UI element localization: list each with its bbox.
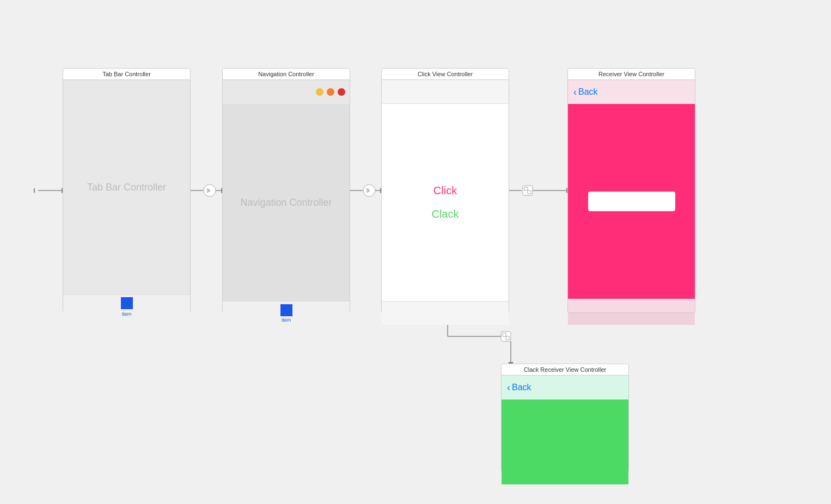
- click-view-title: Click View Controller: [382, 69, 509, 80]
- svg-line-11: [366, 188, 369, 190]
- click-footer: [382, 301, 509, 325]
- clack-back-chevron-icon: ‹: [507, 382, 510, 394]
- nav-tab-label: Item: [282, 317, 291, 323]
- nav-center-label: Navigation Controller: [240, 197, 332, 208]
- svg-point-13: [367, 189, 370, 192]
- svg-point-3: [204, 185, 216, 196]
- clack-receiver-title: Clack Receiver View Controller: [502, 364, 628, 376]
- entry-tick: [34, 188, 39, 193]
- svg-rect-24: [501, 331, 511, 341]
- svg-rect-25: [503, 333, 506, 336]
- receiver-text-field[interactable]: [588, 192, 675, 211]
- clack-back-button[interactable]: ‹ Back: [507, 382, 531, 394]
- nav-top-bar: [223, 80, 350, 104]
- tab-bar-center-label: Tab Bar Controller: [87, 182, 166, 193]
- receiver-footer: [568, 299, 695, 325]
- tab-bar-body: Tab Bar Controller: [63, 80, 190, 294]
- svg-rect-18: [524, 187, 528, 190]
- svg-line-4: [207, 188, 209, 190]
- click-top-bar: [382, 80, 509, 104]
- back-button[interactable]: ‹ Back: [573, 87, 598, 98]
- click-button[interactable]: Click: [433, 185, 457, 197]
- svg-line-12: [366, 190, 369, 193]
- svg-point-10: [363, 185, 375, 196]
- storyboard-canvas: Tab Bar Controller Tab Bar Controller It…: [0, 0, 831, 504]
- receiver-nav-bar: ‹ Back: [568, 80, 695, 104]
- svg-rect-17: [523, 186, 533, 195]
- tab-bar-controller-screen: Tab Bar Controller Tab Bar Controller It…: [63, 68, 191, 313]
- receiver-body: [568, 104, 695, 299]
- svg-rect-19: [528, 190, 531, 194]
- svg-rect-26: [506, 336, 509, 340]
- svg-line-5: [207, 190, 209, 193]
- nav-footer: Item: [223, 301, 350, 325]
- receiver-view-controller-screen: Receiver View Controller ‹ Back: [567, 68, 695, 313]
- navigation-controller-screen: Navigation Controller Navigation Control…: [222, 68, 350, 313]
- click-body: Click Clack: [382, 104, 509, 301]
- clack-nav-bar: ‹ Back: [502, 376, 628, 399]
- nav-tab-icon: [280, 304, 292, 316]
- tab-bar-title: Tab Bar Controller: [63, 69, 190, 80]
- nav-body: Navigation Controller: [223, 104, 350, 301]
- back-chevron-icon: ‹: [573, 87, 577, 98]
- nav-dot-orange: [327, 88, 334, 96]
- clack-body: [502, 399, 628, 484]
- svg-point-6: [207, 189, 210, 192]
- tab-bar-footer: Item: [63, 294, 190, 318]
- tab-item-label: Item: [122, 311, 132, 317]
- back-label: Back: [578, 87, 598, 97]
- clack-button[interactable]: Clack: [431, 208, 459, 220]
- click-view-controller-screen: Click View Controller Click Clack: [381, 68, 509, 313]
- clack-back-label: Back: [512, 383, 531, 392]
- nav-title: Navigation Controller: [223, 69, 350, 80]
- nav-dot-red: [338, 88, 345, 96]
- tab-icon: [121, 297, 133, 309]
- nav-dot-yellow: [316, 88, 323, 96]
- clack-receiver-view-controller-screen: Clack Receiver View Controller ‹ Back: [501, 364, 629, 472]
- receiver-title: Receiver View Controller: [568, 69, 695, 80]
